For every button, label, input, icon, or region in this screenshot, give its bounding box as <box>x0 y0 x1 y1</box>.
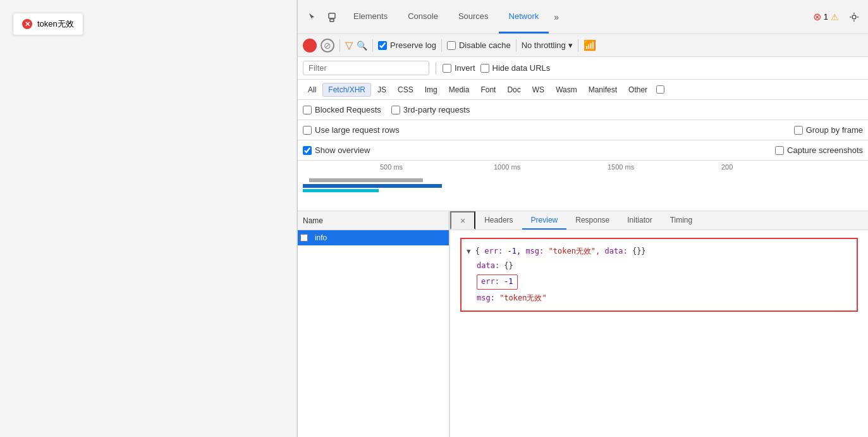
blocked-requests-checkbox[interactable]: Blocked Requests <box>303 105 381 114</box>
error-circle-icon: ⊗ <box>813 11 821 23</box>
ruler-1500ms: 1500 ms <box>608 163 634 171</box>
divider-3 <box>441 39 442 52</box>
request-headers-row: Name <box>298 211 449 230</box>
table-row[interactable]: info <box>298 230 449 245</box>
json-summary-line: ▼ { err: -1, msg: "token无效", data: {}} <box>467 244 852 259</box>
timeline-bar-blue <box>303 184 442 188</box>
devtools-tab-bar: Elements Console Sources Network » ⊗ 1 ⚠ <box>298 0 868 34</box>
error-text: token无效 <box>37 18 74 30</box>
error-count: 1 <box>824 12 828 22</box>
tab-console[interactable]: Console <box>398 0 448 34</box>
tab-preview[interactable]: Preview <box>522 211 567 230</box>
tab-elements[interactable]: Elements <box>343 0 398 34</box>
divider-2 <box>372 39 373 52</box>
devtools-settings-button[interactable] <box>845 8 863 26</box>
ruler-200: 200 <box>721 163 733 171</box>
wifi-icon: 📶 <box>584 39 596 51</box>
toolbar-right: ⊗ 1 ⚠ <box>809 8 863 26</box>
invert-checkbox[interactable]: Invert <box>443 63 475 73</box>
timeline-ruler: 500 ms 1000 ms 1500 ms 200 <box>298 161 868 163</box>
type-btn-ws[interactable]: WS <box>527 83 549 96</box>
tab-initiator[interactable]: Initiator <box>618 211 661 230</box>
network-toolbar: ⊘ ▽ 🔍 Preserve log Disable cache No thro… <box>298 34 868 57</box>
type-btn-img[interactable]: Img <box>420 83 443 96</box>
capture-screenshots-checkbox[interactable]: Capture screenshots <box>775 145 863 155</box>
detail-pane: × Headers Preview Response Initiator Tim… <box>449 211 868 437</box>
devtools-panel: Elements Console Sources Network » ⊗ 1 ⚠ <box>297 0 868 437</box>
filter-bar: Invert Hide data URLs <box>298 57 868 80</box>
record-button[interactable] <box>303 39 317 52</box>
filter-input[interactable] <box>303 61 429 75</box>
ruler-1000ms: 1000 ms <box>494 163 520 171</box>
err-highlight: err: -1 <box>477 274 518 289</box>
timeline-area: 500 ms 1000 ms 1500 ms 200 <box>298 161 868 211</box>
request-pane: Name info × Headers Preview Response Ini… <box>298 211 868 437</box>
tab-timing[interactable]: Timing <box>661 211 702 230</box>
device-toggle-button[interactable] <box>323 8 341 26</box>
stop-button[interactable]: ⊘ <box>321 39 334 52</box>
detail-close-x[interactable]: × <box>450 211 475 230</box>
timeline-bars <box>303 178 863 192</box>
type-btn-manifest[interactable]: Manifest <box>584 83 622 96</box>
tab-response[interactable]: Response <box>566 211 618 230</box>
ruler-500ms: 500 ms <box>380 163 403 171</box>
row-name: info <box>310 230 449 245</box>
type-filter-row: All Fetch/XHR JS CSS Img Media Font Doc … <box>298 80 868 100</box>
options-row-1: Blocked Requests 3rd-party requests <box>298 100 868 120</box>
third-party-checkbox[interactable]: 3rd-party requests <box>391 105 470 114</box>
cursor-tool-button[interactable] <box>303 8 321 26</box>
type-btn-all[interactable]: All <box>303 83 321 96</box>
json-err-line: err: -1 <box>467 273 852 290</box>
type-btn-js[interactable]: JS <box>372 83 391 96</box>
group-by-frame-checkbox[interactable]: Group by frame <box>794 125 863 135</box>
detail-tabs: × Headers Preview Response Initiator Tim… <box>450 211 868 230</box>
tab-headers[interactable]: Headers <box>475 211 522 230</box>
col-header-name: Name <box>298 211 449 230</box>
error-icon: ✕ <box>22 19 32 29</box>
type-btn-other[interactable]: Other <box>623 83 652 96</box>
options-row-2: Use large request rows Group by frame <box>298 120 868 140</box>
type-btn-fetch-xhr[interactable]: Fetch/XHR <box>322 83 371 97</box>
request-list: Name info <box>298 211 449 437</box>
chevron-down-icon: ▾ <box>568 40 573 50</box>
type-btn-font[interactable]: Font <box>475 83 501 96</box>
hide-data-urls-checkbox[interactable]: Hide data URLs <box>480 63 551 73</box>
warning-icon: ⚠ <box>831 12 839 22</box>
tab-network[interactable]: Network <box>499 0 549 34</box>
search-button[interactable]: 🔍 <box>357 40 367 51</box>
divider-1 <box>339 39 340 52</box>
throttle-select[interactable]: No throttling ▾ <box>522 40 573 50</box>
divider-6 <box>436 62 436 75</box>
webpage-area: ✕ token无效 <box>0 0 297 437</box>
error-bubble: ✕ token无效 <box>13 13 83 35</box>
preserve-log-checkbox[interactable]: Preserve log <box>378 40 436 50</box>
filter-button[interactable]: ▽ <box>345 39 353 51</box>
row-checkbox <box>298 230 310 245</box>
expand-arrow-icon[interactable]: ▼ <box>467 247 471 255</box>
svg-rect-0 <box>329 13 335 18</box>
divider-5 <box>578 39 578 52</box>
show-overview-checkbox[interactable]: Show overview <box>303 145 370 155</box>
type-btn-media[interactable]: Media <box>444 83 475 96</box>
type-btn-wasm[interactable]: Wasm <box>551 83 582 96</box>
tab-list: Elements Console Sources Network » <box>343 0 807 34</box>
type-btn-css[interactable]: CSS <box>393 83 419 96</box>
preview-container: ▼ { err: -1, msg: "token无效", data: {}} d… <box>460 238 858 312</box>
error-badge: ⊗ 1 ⚠ <box>809 9 843 24</box>
json-msg-line: msg: "token无效" <box>467 291 852 305</box>
tab-sources[interactable]: Sources <box>448 0 499 34</box>
preview-content: ▼ { err: -1, msg: "token无效", data: {}} d… <box>450 230 868 437</box>
options-row-3: Show overview Capture screenshots <box>298 140 868 161</box>
large-rows-checkbox[interactable]: Use large request rows <box>303 125 400 135</box>
svg-rect-1 <box>330 19 334 22</box>
timeline-bar-cyan <box>303 189 379 192</box>
type-btn-doc[interactable]: Doc <box>502 83 525 96</box>
disable-cache-checkbox[interactable]: Disable cache <box>447 40 511 50</box>
other-checkbox[interactable] <box>656 85 664 94</box>
timeline-bar-gray <box>309 178 423 182</box>
tab-more-button[interactable]: » <box>549 0 564 34</box>
svg-point-2 <box>852 15 856 19</box>
json-data-line: data: {} <box>467 259 852 273</box>
divider-4 <box>516 39 517 52</box>
